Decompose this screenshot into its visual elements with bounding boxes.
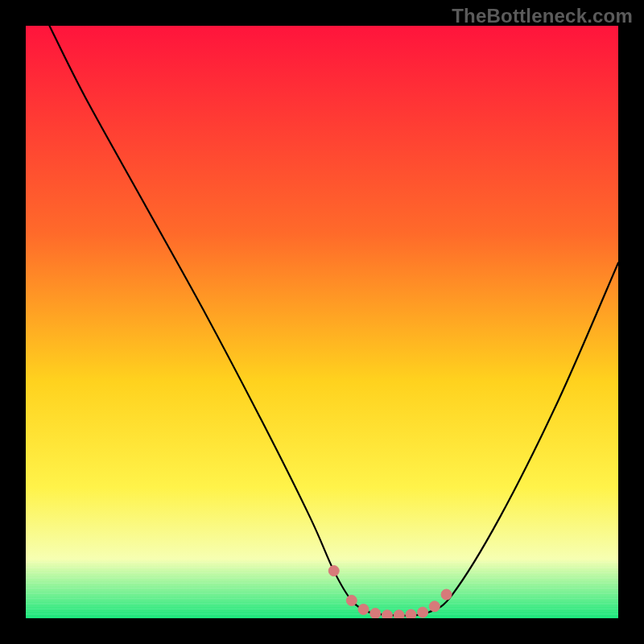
plot-area: [26, 26, 618, 618]
svg-rect-16: [26, 603, 618, 605]
svg-rect-5: [26, 575, 618, 576]
svg-point-22: [328, 566, 339, 576]
svg-point-25: [370, 609, 381, 618]
svg-point-26: [382, 610, 392, 618]
svg-rect-7: [26, 580, 618, 581]
svg-rect-20: [26, 613, 618, 615]
svg-rect-9: [26, 585, 618, 587]
svg-rect-14: [26, 598, 618, 600]
watermark-text: TheBottleneck.com: [452, 5, 633, 27]
svg-point-24: [358, 604, 369, 614]
svg-point-28: [406, 609, 416, 618]
svg-rect-18: [26, 609, 618, 610]
svg-rect-0: [26, 562, 618, 564]
svg-rect-6: [26, 577, 618, 579]
svg-rect-12: [26, 592, 618, 594]
svg-rect-15: [26, 601, 618, 602]
svg-rect-11: [26, 590, 618, 592]
svg-point-23: [346, 595, 357, 605]
svg-rect-4: [26, 572, 618, 574]
svg-point-27: [394, 610, 404, 618]
svg-rect-21: [26, 616, 618, 617]
svg-rect-13: [26, 596, 618, 597]
svg-rect-1: [26, 564, 618, 566]
svg-rect-2: [26, 567, 618, 568]
svg-rect-8: [26, 583, 618, 584]
svg-rect-19: [26, 611, 618, 613]
svg-point-30: [429, 601, 440, 612]
gradient-background: [26, 26, 618, 618]
svg-point-31: [441, 589, 452, 600]
svg-rect-3: [26, 570, 618, 572]
chart-frame: TheBottleneck.com: [0, 0, 644, 644]
svg-point-29: [418, 607, 428, 617]
chart-svg: [26, 26, 618, 618]
svg-rect-10: [26, 588, 618, 589]
svg-rect-17: [26, 605, 618, 607]
